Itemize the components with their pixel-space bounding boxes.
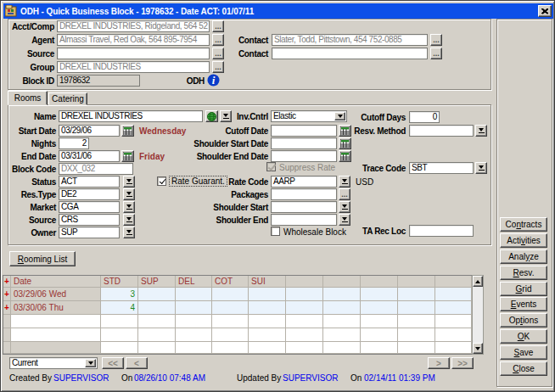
cutoff-date-field[interactable] [271, 125, 337, 137]
grid-filter-combo[interactable]: Current [9, 357, 98, 369]
market-list-button[interactable] [123, 201, 135, 213]
inv-cntrl-combo[interactable]: Elastic [271, 110, 347, 122]
grid-value-cell[interactable] [398, 328, 435, 342]
nav-last-button[interactable]: >> [451, 357, 474, 369]
grid-value-cell[interactable] [361, 342, 398, 354]
grid-date-cell[interactable]: 03/30/06 Thu [11, 301, 101, 315]
scroll-down-button[interactable] [473, 343, 483, 354]
grid-value-cell[interactable] [286, 288, 323, 301]
acct-comp-field[interactable]: DREXEL INDUSTRIES, Ridgeland, 564 52 [57, 20, 210, 32]
res-type-field[interactable]: DE2 [59, 188, 120, 200]
shoulder-end-field[interactable] [271, 214, 337, 226]
rooming-list-button[interactable]: Rooming List [9, 251, 76, 266]
grid-value-cell[interactable] [249, 288, 286, 301]
grid-value-cell[interactable] [176, 301, 212, 315]
grid-value-cell[interactable] [212, 315, 249, 328]
grid-value-cell[interactable] [435, 342, 472, 354]
owner-field[interactable]: SUP [59, 227, 120, 238]
info-icon[interactable]: i [207, 74, 220, 88]
nav-next-button[interactable]: > [428, 357, 450, 369]
grid-value-cell[interactable] [138, 342, 176, 354]
grid-value-cell[interactable] [249, 301, 286, 315]
tab-catering[interactable]: Catering [48, 92, 87, 105]
rate-guarant-checkbox[interactable] [157, 176, 166, 186]
rate-code-field[interactable]: AARP [271, 176, 337, 188]
source-field[interactable] [57, 48, 210, 59]
grid-date-cell[interactable] [11, 315, 101, 328]
nav-first-button[interactable]: << [102, 357, 124, 369]
grid-value-cell[interactable] [101, 315, 138, 328]
grid-value-cell[interactable] [398, 315, 435, 328]
side-button-activities[interactable]: Activities [500, 233, 547, 248]
grid-value-cell[interactable] [101, 328, 138, 342]
chevron-down-icon[interactable] [85, 359, 96, 367]
grid-value-cell[interactable]: 3 [101, 288, 138, 301]
res-type-list-button[interactable] [123, 188, 135, 200]
grid-value-cell[interactable] [138, 288, 176, 301]
trace-code-field[interactable]: SBT [409, 162, 474, 174]
packages-field[interactable] [271, 188, 337, 200]
side-button-grid[interactable]: Grid [500, 282, 547, 296]
shoulder-start-list-button[interactable] [339, 201, 350, 213]
resv-method-field[interactable] [409, 125, 474, 137]
grid-value-cell[interactable] [176, 328, 212, 342]
grid-value-cell[interactable] [361, 301, 398, 315]
grid-value-cell[interactable] [398, 301, 435, 315]
grid-value-cell[interactable]: 4 [101, 301, 138, 315]
grid-date-cell[interactable] [11, 342, 101, 354]
group-field[interactable]: DREXEL INDUSTRIES [57, 61, 210, 73]
grid-value-cell[interactable] [212, 328, 249, 342]
grid-value-cell[interactable] [323, 342, 361, 354]
resv-method-list-button[interactable] [475, 125, 487, 137]
grid-value-cell[interactable] [435, 328, 472, 342]
grid-value-cell[interactable] [249, 328, 286, 342]
grid-date-cell[interactable] [11, 328, 101, 342]
wholesale-block-checkbox[interactable] [271, 227, 280, 236]
grid-value-cell[interactable] [212, 288, 249, 301]
contact1-field[interactable]: Slater, Todd, Pittstown, 454 752-0885 [272, 34, 428, 46]
end-date-calendar-button[interactable] [121, 150, 134, 162]
shoulder-start-field[interactable] [271, 201, 337, 213]
grid-value-cell[interactable] [361, 288, 398, 301]
grid-vertical-scrollbar[interactable] [472, 275, 484, 355]
grid-value-cell[interactable] [286, 342, 323, 354]
start-date-calendar-button[interactable] [121, 125, 134, 137]
market-field[interactable]: CGA [59, 201, 120, 213]
shoulder-start-date-calendar-button[interactable] [339, 137, 351, 149]
side-button-close[interactable]: Close [500, 361, 547, 376]
contact2-lookup-button[interactable]: ... [430, 48, 442, 59]
grid-value-cell[interactable] [138, 315, 176, 328]
cutoff-days-field[interactable]: 0 [409, 111, 440, 123]
grid-value-cell[interactable] [286, 328, 323, 342]
grid-value-cell[interactable] [138, 301, 176, 315]
grid-value-cell[interactable] [435, 288, 472, 301]
grid-value-cell[interactable] [212, 342, 249, 354]
agent-field[interactable]: Almassi Travel, Red Oak, 564 895-7954 [57, 34, 210, 46]
status-field[interactable]: ACT [59, 176, 120, 188]
grid-value-cell[interactable] [323, 301, 361, 315]
group-lookup-button[interactable]: ... [212, 61, 224, 73]
packages-lookup-button[interactable]: ... [339, 188, 350, 200]
grid-value-cell[interactable] [176, 315, 212, 328]
nights-field[interactable]: 2 [59, 137, 89, 149]
shoulder-end-list-button[interactable] [339, 214, 350, 226]
grid-value-cell[interactable] [398, 342, 435, 354]
grid-value-cell[interactable] [361, 328, 398, 342]
shoulder-end-date-calendar-button[interactable] [339, 150, 351, 162]
trace-code-list-button[interactable] [475, 162, 487, 174]
grid-value-cell[interactable] [435, 301, 472, 315]
grid-value-cell[interactable] [286, 315, 323, 328]
room-grid[interactable]: +DateSTDSUPDELCOTSUI+03/29/06 Wed3+03/30… [3, 275, 472, 355]
grid-value-cell[interactable] [176, 342, 212, 354]
side-button-events[interactable]: Events [500, 297, 547, 311]
contact2-field[interactable] [272, 48, 428, 59]
rate-code-list-button[interactable] [339, 176, 350, 188]
close-button[interactable] [538, 5, 552, 17]
side-button-analyze[interactable]: Analyze [500, 249, 547, 264]
grid-value-cell[interactable] [323, 315, 361, 328]
owner-list-button[interactable] [123, 227, 135, 238]
side-button-ok[interactable]: OK [500, 329, 547, 344]
grid-value-cell[interactable] [435, 315, 472, 328]
grid-value-cell[interactable] [101, 342, 138, 354]
name-field[interactable]: DREXEL INDUSTRIES [59, 110, 203, 122]
